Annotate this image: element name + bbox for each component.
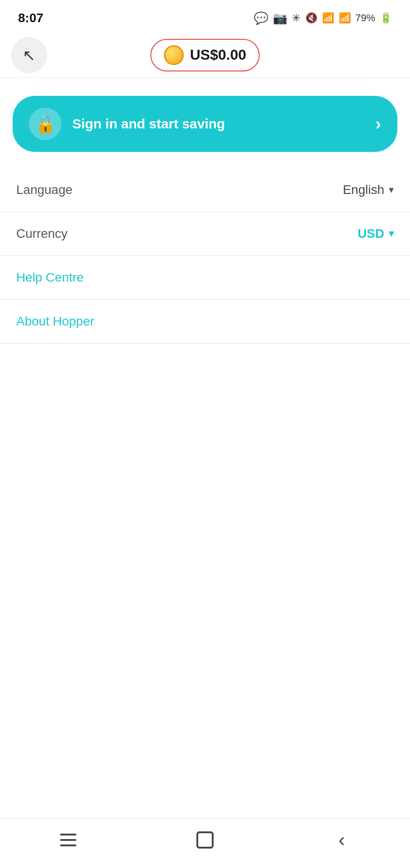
about-hopper-row[interactable]: About Hopper	[0, 300, 410, 344]
language-row[interactable]: Language English ▾	[0, 168, 410, 212]
language-dropdown-icon: ▾	[389, 184, 394, 196]
nav-back-icon: ‹	[339, 829, 345, 851]
currency-value: USD	[358, 226, 384, 241]
nav-menu-button[interactable]	[46, 824, 91, 856]
lock-icon-wrapper: 🔒	[29, 108, 61, 140]
menu-lines-icon	[60, 834, 76, 846]
language-label: Language	[16, 183, 73, 197]
bluetooth-icon: ✳	[292, 12, 301, 24]
signin-banner[interactable]: 🔒 Sign in and start saving ›	[13, 96, 397, 152]
balance-pill[interactable]: US$0.00	[150, 39, 260, 71]
top-nav: ↖ US$0.00	[0, 33, 410, 78]
status-icons: 💬 📷 ✳ 🔇 📶 📶 79% 🔋	[254, 11, 392, 25]
signin-text: Sign in and start saving	[72, 116, 364, 132]
back-arrow-icon: ↖	[23, 47, 35, 63]
mute-icon: 🔇	[305, 12, 317, 24]
lock-icon: 🔒	[35, 114, 56, 134]
nav-home-button[interactable]	[182, 824, 228, 856]
battery-icon: 🔋	[380, 12, 392, 24]
battery-text: 79%	[355, 12, 375, 24]
messenger-icon: 💬	[254, 11, 268, 25]
currency-value-wrapper: USD ▾	[358, 226, 394, 241]
balance-amount: US$0.00	[190, 47, 247, 63]
language-value-wrapper: English ▾	[343, 183, 394, 197]
signal-icon: 📶	[339, 12, 351, 24]
language-value: English	[343, 183, 384, 197]
currency-dropdown-icon: ▾	[389, 228, 394, 240]
nav-bar: ‹	[0, 818, 410, 868]
status-time: 8:07	[18, 11, 43, 25]
currency-row[interactable]: Currency USD ▾	[0, 212, 410, 256]
wifi-icon: 📶	[322, 12, 334, 24]
video-icon: 📷	[273, 11, 287, 25]
nav-back-button[interactable]: ‹	[319, 824, 364, 856]
coin-icon	[164, 45, 184, 65]
settings-section: Language English ▾ Currency USD ▾ Help C…	[0, 168, 410, 818]
back-button[interactable]: ↖	[11, 37, 47, 73]
help-centre-row[interactable]: Help Centre	[0, 256, 410, 300]
home-square-icon	[196, 831, 214, 849]
chevron-right-icon: ›	[375, 114, 381, 134]
about-hopper-label: About Hopper	[16, 314, 94, 328]
status-bar: 8:07 💬 📷 ✳ 🔇 📶 📶 79% 🔋	[0, 0, 410, 33]
help-centre-label: Help Centre	[16, 270, 84, 284]
currency-label: Currency	[16, 226, 68, 241]
